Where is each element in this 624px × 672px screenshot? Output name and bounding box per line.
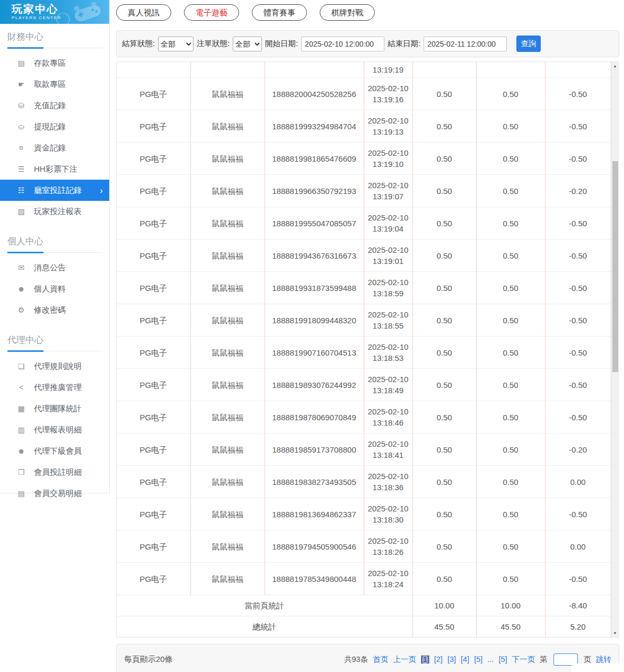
cell-datetime: 2025-02-1013:18:30 bbox=[364, 498, 412, 530]
cell-bet: 0.50 bbox=[412, 337, 476, 369]
sidebar-item-recharge-record[interactable]: ⛁充值記錄 bbox=[0, 95, 109, 116]
clipped-overlay bbox=[572, 664, 624, 672]
sidebar-item-agent-team-stats[interactable]: ▦代理團隊統計 bbox=[0, 398, 109, 419]
sidebar-item-withdraw[interactable]: ☛取款專區 bbox=[0, 74, 109, 95]
bet-records-table: 13:19:19PG电子鼠鼠福福18888200042505282562025-… bbox=[117, 62, 611, 637]
sidebar-item-label: 提現記錄 bbox=[34, 122, 66, 132]
category-tabs: 真人視訊電子遊藝體育賽事棋牌對戰 bbox=[116, 4, 619, 21]
order-status-select[interactable]: 全部 bbox=[233, 37, 262, 51]
summary-bet: 10.00 bbox=[412, 595, 476, 616]
hand-withdraw-icon: ☛ bbox=[15, 80, 28, 89]
sidebar-item-deposit[interactable]: ▤存款專區 bbox=[0, 52, 109, 74]
settle-status-select[interactable]: 全部 bbox=[158, 37, 194, 51]
sidebar-item-label: 會員投註明細 bbox=[34, 467, 82, 478]
cell-datetime: 2025-02-1013:18:59 bbox=[364, 272, 412, 304]
page-link-1[interactable]: [1] bbox=[421, 655, 429, 664]
cell-player: 鼠鼠福福 bbox=[190, 401, 265, 434]
cell-order: 1888819918099448320 bbox=[265, 304, 364, 337]
prev-page-link[interactable]: 上一页 bbox=[393, 655, 416, 665]
summary-valid: 45.50 bbox=[476, 616, 545, 638]
page-link-6[interactable]: ... bbox=[487, 655, 494, 664]
scroll-up-icon[interactable]: ▲ bbox=[611, 62, 619, 70]
sidebar-item-funds-record[interactable]: ¤資金記錄 bbox=[0, 137, 109, 158]
page-size-label: 每頁顯示20條 bbox=[124, 655, 173, 665]
summary-winloss: 5.20 bbox=[545, 616, 611, 638]
page-link-5[interactable]: [5] bbox=[474, 655, 482, 664]
table-row: PG电子鼠鼠福福18888200042505282562025-02-1013:… bbox=[117, 78, 611, 110]
sidebar-item-agent-sub-members[interactable]: ☻代理下級會員 bbox=[0, 440, 109, 462]
decorative-bubble bbox=[38, 4, 46, 12]
page-link-2[interactable]: [2] bbox=[434, 655, 443, 664]
cell-valid: 0.50 bbox=[476, 563, 545, 595]
cell-game: PG电子 bbox=[117, 369, 190, 401]
cell-winloss: -0.20 bbox=[545, 434, 611, 466]
table-row: PG电子鼠鼠福福18888199932949847042025-02-1013:… bbox=[117, 110, 611, 143]
first-page-link[interactable]: 首页 bbox=[373, 655, 388, 665]
cell-player: 鼠鼠福福 bbox=[190, 563, 265, 595]
sidebar-item-agent-rules[interactable]: ❏代理規則說明 bbox=[0, 356, 109, 377]
page-link-4[interactable]: [4] bbox=[461, 655, 469, 664]
sidebar: 玩家中心 PLAYERS CENTER 財務中心▤存款專區☛取款專區⛁充值記錄⛀… bbox=[0, 0, 110, 493]
page-link-3[interactable]: [3] bbox=[447, 655, 456, 664]
tab-board-games[interactable]: 棋牌對戰 bbox=[320, 4, 375, 21]
cell-valid: 0.50 bbox=[476, 304, 545, 337]
sidebar-item-withdraw-record[interactable]: ⛀提現記錄 bbox=[0, 116, 109, 137]
cell-order: 1888819794505900546 bbox=[265, 530, 364, 563]
cell-game: PG电子 bbox=[117, 175, 190, 207]
query-button[interactable]: 查詢 bbox=[516, 36, 541, 52]
bell-icon: ✉ bbox=[15, 263, 28, 272]
cell-winloss: -0.50 bbox=[545, 143, 611, 175]
cell-player: 鼠鼠福福 bbox=[190, 498, 265, 530]
cell-game: PG电子 bbox=[117, 337, 190, 369]
cell-valid: 0.50 bbox=[476, 175, 545, 207]
cell-player: 鼠鼠福福 bbox=[190, 207, 265, 240]
sidebar-item-agent-report-detail[interactable]: ▥代理報表明細 bbox=[0, 419, 109, 440]
end-date-label: 結束日期: bbox=[388, 39, 420, 49]
cell-valid: 0.50 bbox=[476, 337, 545, 369]
cell-winloss bbox=[545, 62, 611, 78]
table-scrollbar[interactable]: ▲ ▼ bbox=[611, 62, 619, 637]
cell-game: PG电子 bbox=[117, 240, 190, 272]
sidebar-item-hh-lottery-bet[interactable]: ☰HH彩票下注 bbox=[0, 158, 109, 180]
cell-game bbox=[117, 62, 190, 78]
sidebar-menu: 財務中心▤存款專區☛取款專區⛁充值記錄⛀提現記錄¤資金記錄☰HH彩票下注☷廳室投… bbox=[0, 30, 109, 510]
tab-sports[interactable]: 體育賽事 bbox=[252, 4, 307, 21]
tab-electronic-games[interactable]: 電子遊藝 bbox=[184, 4, 239, 21]
next-page-link[interactable]: 下一页 bbox=[512, 655, 535, 665]
sidebar-item-profile[interactable]: ☻個人資料 bbox=[0, 278, 109, 299]
tab-live-video[interactable]: 真人視訊 bbox=[116, 4, 171, 21]
sidebar-item-announcements[interactable]: ✉消息公告 bbox=[0, 257, 109, 278]
cell-player: 鼠鼠福福 bbox=[190, 304, 265, 337]
sidebar-item-member-bet-detail[interactable]: ❒會員投註明細 bbox=[0, 462, 109, 483]
cell-game: PG电子 bbox=[117, 272, 190, 304]
end-date-input[interactable] bbox=[424, 37, 507, 51]
jump-button[interactable]: 跳转 bbox=[596, 655, 611, 665]
cell-order: 1888819878069070849 bbox=[265, 401, 364, 434]
cell-valid: 0.50 bbox=[476, 498, 545, 530]
summary-label: 當前頁統計 bbox=[117, 595, 412, 616]
cell-order: 1888819907160704513 bbox=[265, 337, 364, 369]
table-row: PG电子鼠鼠福福18888199436763166732025-02-1013:… bbox=[117, 240, 611, 272]
sidebar-item-agent-promotion[interactable]: <代理推廣管理 bbox=[0, 377, 109, 398]
sidebar-item-player-bet-report[interactable]: ▧玩家投注報表 bbox=[0, 201, 109, 222]
summary-label: 總統計 bbox=[117, 616, 412, 638]
scrollbar-thumb[interactable] bbox=[612, 161, 618, 372]
sidebar-item-label: 玩家投注報表 bbox=[34, 207, 82, 217]
start-date-input[interactable] bbox=[301, 37, 384, 51]
cell-game: PG电子 bbox=[117, 304, 190, 337]
bet-records-icon: ☷ bbox=[15, 186, 28, 194]
cell-valid: 0.50 bbox=[476, 466, 545, 498]
clipboard-icon: ❒ bbox=[15, 468, 28, 476]
cell-order: 1888819785349800448 bbox=[265, 563, 364, 595]
sidebar-item-room-bet-records[interactable]: ☷廳室投註記錄› bbox=[0, 180, 109, 201]
page-link-7[interactable]: [5] bbox=[498, 655, 507, 664]
table-row: PG电子鼠鼠福福18888198382734935052025-02-1013:… bbox=[117, 466, 611, 498]
sidebar-item-change-password[interactable]: ⚙修改密碼 bbox=[0, 299, 109, 321]
table-row: PG电子鼠鼠福福18888198591737088002025-02-1013:… bbox=[117, 434, 611, 466]
scroll-down-icon[interactable]: ▼ bbox=[611, 629, 619, 637]
sidebar-item-member-trade-detail[interactable]: ▤會員交易明細 bbox=[0, 483, 109, 504]
cell-bet: 0.50 bbox=[412, 304, 476, 337]
table-row: PG电子鼠鼠福福18888199071607045132025-02-1013:… bbox=[117, 337, 611, 369]
sidebar-item-label: 取款專區 bbox=[34, 79, 66, 90]
cell-player: 鼠鼠福福 bbox=[190, 337, 265, 369]
